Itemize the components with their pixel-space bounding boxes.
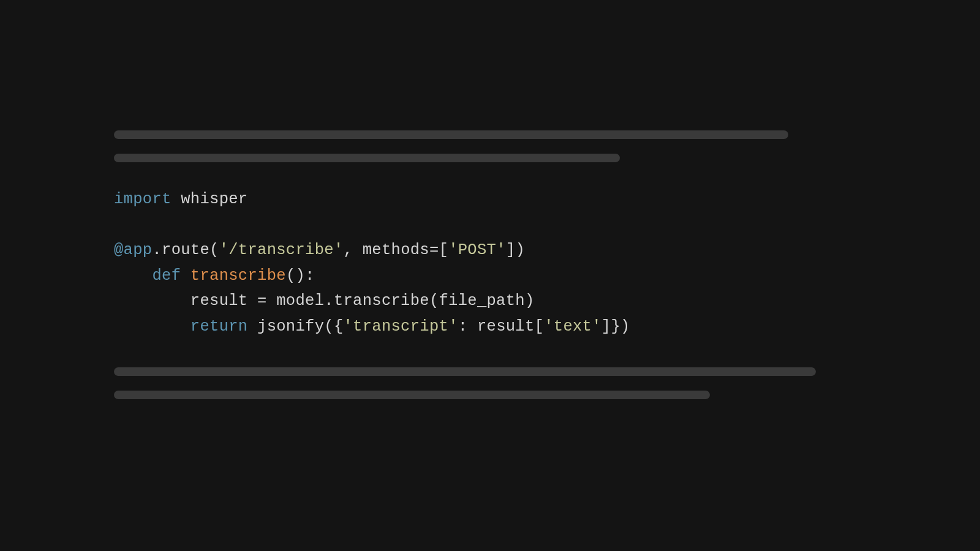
code-block: import whisper @app.route('/transcribe',…	[114, 187, 794, 339]
kwarg-methods: methods	[363, 241, 429, 259]
keyword-return: return	[190, 318, 248, 335]
function-jsonify: jsonify	[257, 318, 324, 335]
keyword-def: def	[152, 267, 181, 285]
code-line: import whisper	[114, 190, 247, 208]
method-call: model.transcribe(file_path)	[276, 292, 534, 310]
string-text: 'text'	[544, 318, 601, 335]
string-transcript: 'transcript'	[344, 318, 458, 335]
code-line: result = model.transcribe(file_path)	[114, 292, 535, 310]
variable-result: result	[190, 292, 257, 310]
code-line: return jsonify({'transcript': result['te…	[114, 318, 630, 335]
function-name: transcribe	[190, 267, 286, 285]
skeleton-placeholder	[114, 367, 816, 376]
code-line: def transcribe():	[114, 267, 315, 285]
module-name: whisper	[181, 190, 247, 208]
code-line: @app.route('/transcribe', methods=['POST…	[114, 241, 525, 259]
route-method: route	[162, 241, 209, 259]
skeleton-placeholder	[114, 154, 620, 162]
result-access: result[	[477, 318, 544, 335]
skeleton-placeholder	[114, 391, 710, 399]
string-post: 'POST'	[448, 241, 506, 259]
string-route: '/transcribe'	[219, 241, 344, 259]
skeleton-placeholder	[114, 130, 788, 139]
keyword-import: import	[114, 190, 172, 208]
code-snippet-panel: import whisper @app.route('/transcribe',…	[114, 130, 794, 414]
decorator: @app	[114, 241, 152, 259]
